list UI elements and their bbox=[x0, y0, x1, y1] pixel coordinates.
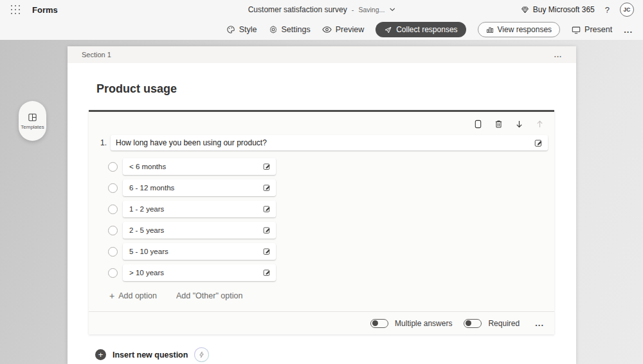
style-palette-icon bbox=[226, 25, 235, 34]
question-row: 1. How long have you been using our prod… bbox=[98, 135, 548, 150]
options-list: < 6 months 6 - 12 months bbox=[108, 158, 554, 281]
question-more-button[interactable]: ... bbox=[535, 318, 544, 328]
settings-button[interactable]: Settings bbox=[269, 25, 311, 34]
help-button[interactable]: ? bbox=[605, 5, 610, 15]
style-label: Style bbox=[239, 25, 257, 34]
option-text: 5 - 10 years bbox=[129, 248, 263, 255]
add-option-button[interactable]: + Add option bbox=[109, 291, 157, 301]
add-option-label: Add option bbox=[118, 291, 157, 300]
question-media-edit-icon[interactable] bbox=[534, 139, 543, 147]
form-canvas: Section 1 ... Product usage bbox=[68, 46, 576, 364]
option-radio[interactable] bbox=[108, 247, 118, 257]
workspace: Templates Section 1 ... Product usage bbox=[0, 40, 643, 364]
app-name: Forms bbox=[32, 5, 58, 15]
option-row: 5 - 10 years bbox=[108, 243, 554, 260]
option-row: 1 - 2 years bbox=[108, 201, 554, 217]
move-question-up-icon bbox=[534, 119, 545, 129]
section-label: Section 1 bbox=[82, 51, 111, 59]
gear-icon bbox=[269, 25, 278, 34]
buy-microsoft-365-button[interactable]: Buy Microsoft 365 bbox=[521, 5, 595, 14]
option-media-edit-icon[interactable] bbox=[263, 163, 271, 170]
view-responses-button[interactable]: View responses bbox=[478, 22, 561, 37]
option-row: 2 - 5 years bbox=[108, 222, 554, 239]
option-row: < 6 months bbox=[108, 158, 554, 175]
option-radio[interactable] bbox=[108, 183, 118, 193]
option-row: 6 - 12 months bbox=[108, 179, 554, 196]
templates-button[interactable]: Templates bbox=[19, 101, 46, 141]
document-title[interactable]: Customer satisfaction survey bbox=[248, 5, 347, 14]
style-button[interactable]: Style bbox=[226, 25, 257, 34]
option-text: < 6 months bbox=[129, 163, 263, 170]
option-input[interactable]: 2 - 5 years bbox=[123, 222, 276, 239]
buy-label: Buy Microsoft 365 bbox=[533, 5, 595, 14]
option-text: 1 - 2 years bbox=[129, 205, 263, 213]
diamond-icon bbox=[521, 6, 529, 14]
present-button[interactable]: Present bbox=[572, 25, 612, 34]
monitor-icon bbox=[572, 26, 581, 34]
move-question-down-icon[interactable] bbox=[514, 119, 524, 129]
send-icon bbox=[384, 26, 392, 34]
question-card-footer: Multiple answers Required ... bbox=[89, 311, 554, 334]
option-input[interactable]: 1 - 2 years bbox=[123, 201, 276, 217]
forms-app: Forms Customer satisfaction survey - Sav… bbox=[0, 0, 643, 364]
copy-question-icon[interactable] bbox=[473, 119, 483, 129]
option-radio[interactable] bbox=[108, 226, 118, 235]
required-label: Required bbox=[488, 319, 520, 328]
section-header: Section 1 ... bbox=[68, 46, 576, 63]
collect-responses-button[interactable]: Collect responses bbox=[376, 22, 466, 37]
insert-new-question-button[interactable]: Insert new question bbox=[113, 350, 188, 359]
preview-label: Preview bbox=[336, 25, 364, 34]
account-avatar[interactable]: JC bbox=[620, 3, 634, 17]
section-more-button[interactable]: ... bbox=[554, 51, 562, 59]
option-row: > 10 years bbox=[108, 264, 554, 281]
question-card-toolbar bbox=[89, 118, 554, 130]
insert-question-row: + Insert new question bbox=[95, 347, 576, 362]
view-responses-label: View responses bbox=[498, 25, 552, 34]
copilot-icon[interactable] bbox=[194, 347, 209, 362]
bar-chart-icon bbox=[486, 26, 494, 33]
topbar-right: Buy Microsoft 365 ? JC bbox=[521, 3, 634, 17]
present-label: Present bbox=[584, 25, 612, 34]
add-other-option-button[interactable]: Add "Other" option bbox=[176, 291, 242, 300]
collect-responses-label: Collect responses bbox=[396, 25, 457, 34]
question-text: How long have you been using our product… bbox=[116, 138, 534, 147]
option-input[interactable]: > 10 years bbox=[123, 264, 276, 281]
add-other-label: Add "Other" option bbox=[176, 291, 242, 300]
option-text: > 10 years bbox=[129, 269, 263, 277]
option-radio[interactable] bbox=[108, 205, 118, 214]
form-title[interactable]: Product usage bbox=[96, 82, 576, 96]
question-number: 1. bbox=[98, 138, 107, 147]
plus-icon: + bbox=[109, 291, 114, 301]
option-media-edit-icon[interactable] bbox=[263, 226, 271, 234]
multiple-answers-label: Multiple answers bbox=[395, 319, 452, 328]
option-input[interactable]: 5 - 10 years bbox=[123, 243, 276, 260]
option-text: 6 - 12 months bbox=[129, 184, 263, 192]
option-radio[interactable] bbox=[108, 162, 118, 172]
command-bar: Style Settings Preview Collect responses… bbox=[0, 19, 643, 40]
eye-icon bbox=[322, 26, 332, 33]
app-launcher-waffle-icon[interactable] bbox=[9, 3, 22, 16]
question-text-input[interactable]: How long have you been using our product… bbox=[111, 135, 548, 150]
preview-button[interactable]: Preview bbox=[322, 25, 364, 34]
option-radio[interactable] bbox=[108, 268, 118, 278]
option-media-edit-icon[interactable] bbox=[263, 248, 271, 255]
title-separator: - bbox=[352, 6, 354, 14]
option-media-edit-icon[interactable] bbox=[263, 184, 271, 192]
question-card: 1. How long have you been using our prod… bbox=[89, 110, 554, 334]
option-text: 2 - 5 years bbox=[129, 226, 263, 234]
templates-label: Templates bbox=[21, 124, 44, 130]
templates-grid-icon bbox=[28, 113, 37, 122]
settings-label: Settings bbox=[282, 25, 311, 34]
required-toggle[interactable] bbox=[464, 319, 482, 328]
option-media-edit-icon[interactable] bbox=[263, 205, 271, 213]
chevron-down-icon[interactable] bbox=[389, 8, 395, 12]
document-title-group[interactable]: Customer satisfaction survey - Saving... bbox=[248, 0, 395, 19]
add-question-plus-icon[interactable]: + bbox=[95, 349, 106, 360]
option-media-edit-icon[interactable] bbox=[263, 269, 271, 277]
option-input[interactable]: < 6 months bbox=[123, 158, 276, 175]
add-options-row: + Add option Add "Other" option bbox=[109, 291, 554, 301]
multiple-answers-toggle[interactable] bbox=[370, 319, 388, 328]
toolbar-more-button[interactable]: ... bbox=[624, 25, 633, 35]
delete-question-icon[interactable] bbox=[493, 119, 503, 129]
option-input[interactable]: 6 - 12 months bbox=[123, 179, 276, 196]
